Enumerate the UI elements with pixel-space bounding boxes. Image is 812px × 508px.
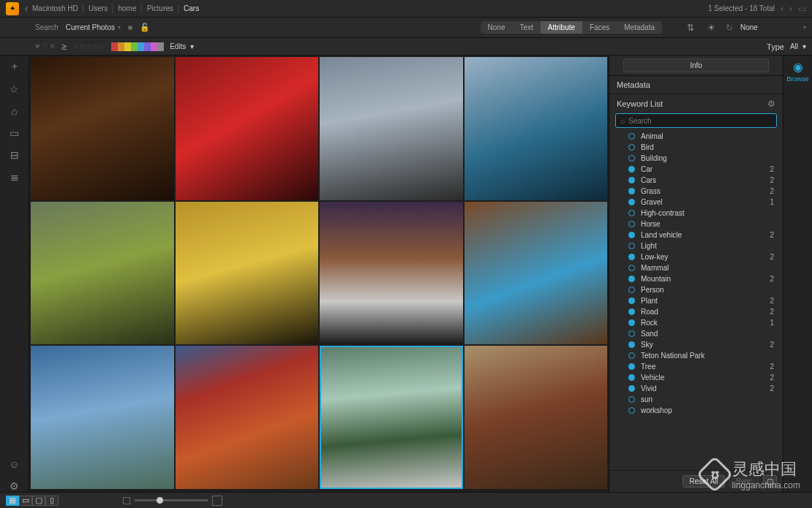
keyword-item[interactable]: Bird [615, 142, 777, 153]
lock-icon[interactable]: 🔓 [140, 23, 150, 32]
keyword-dot-icon[interactable] [628, 363, 635, 370]
color-swatch[interactable] [111, 42, 118, 51]
keyword-item[interactable]: Light [615, 240, 777, 251]
folder-up-icon[interactable]: ▭ [798, 4, 806, 14]
keyword-item[interactable]: Mountain2 [615, 273, 777, 284]
keyword-item[interactable]: Rock1 [615, 317, 777, 328]
thumbnail[interactable] [465, 202, 608, 345]
keyword-dot-icon[interactable] [628, 221, 635, 227]
view-compare-icon[interactable]: ▯ [45, 496, 59, 506]
keyword-search[interactable]: ⌕ [615, 113, 777, 128]
sync-button[interactable]: Sync [729, 475, 759, 488]
keyword-search-input[interactable] [628, 117, 772, 125]
keyword-dot-icon[interactable] [628, 265, 635, 271]
next-arrow[interactable]: › [789, 4, 792, 14]
keyword-item[interactable]: Mammal [615, 262, 777, 273]
thumbnail[interactable] [465, 57, 608, 200]
folder-icon[interactable]: ▭ [7, 127, 22, 139]
keyword-list[interactable]: AnimalBirdBuildingCar2Cars2Grass2Gravel1… [609, 131, 783, 470]
color-swatch[interactable] [157, 42, 164, 51]
rating-operator[interactable]: ≥ [62, 42, 67, 52]
star-rating[interactable]: ☆☆☆☆☆ [72, 42, 105, 50]
keyword-dot-icon[interactable] [628, 210, 635, 216]
refresh-icon[interactable]: ↻ [726, 23, 733, 33]
keyword-dot-icon[interactable] [628, 319, 635, 326]
breadcrumb[interactable]: Macintosh HD│Users│home│Pictures│Cars [32, 4, 199, 12]
sort-icon[interactable]: ⇅ [687, 23, 694, 33]
edits-dropdown[interactable]: Edits▾ [170, 42, 194, 50]
thumbnail[interactable] [31, 346, 174, 489]
gear-icon[interactable]: ⚙ [767, 99, 775, 109]
keyword-item[interactable]: Gravel1 [615, 197, 777, 208]
thumbnail-grid[interactable] [29, 56, 609, 492]
keyword-dot-icon[interactable] [628, 287, 635, 293]
crumb[interactable]: Users [89, 4, 108, 12]
user-icon[interactable]: ☺ [7, 458, 22, 470]
keyword-item[interactable]: Grass2 [615, 186, 777, 197]
color-swatch[interactable] [144, 42, 151, 51]
metadata-header[interactable]: Metadata [609, 76, 783, 94]
keyword-dot-icon[interactable] [628, 308, 635, 315]
keyword-dot-icon[interactable] [628, 330, 635, 337]
thumbnail[interactable] [31, 57, 174, 200]
filter-tab-faces[interactable]: Faces [582, 21, 617, 34]
thumbnail[interactable] [465, 346, 608, 489]
filter-tab-metadata[interactable]: Metadata [617, 21, 662, 34]
crumb[interactable]: Cars [184, 4, 199, 12]
crumb[interactable]: Pictures [147, 4, 173, 12]
view-single-icon[interactable]: ▢ [32, 496, 45, 506]
keyword-item[interactable]: Tree2 [615, 361, 777, 372]
drive-icon[interactable]: ⊟ [7, 149, 22, 161]
filter-tab-text[interactable]: Text [512, 21, 540, 34]
keyword-item[interactable]: Plant2 [615, 295, 777, 306]
type-dropdown[interactable]: All▾ [790, 42, 806, 50]
keyword-item[interactable]: Animal [615, 131, 777, 142]
keyword-item[interactable]: Sky2 [615, 339, 777, 350]
thumbnail[interactable] [176, 202, 319, 345]
thumbnail[interactable] [176, 346, 319, 489]
keyword-item[interactable]: Teton National Park [615, 350, 777, 361]
back-button[interactable]: ‹ [25, 4, 28, 14]
thumbnail[interactable] [320, 346, 463, 489]
thumbnail[interactable] [320, 202, 463, 345]
keyword-item[interactable]: Land vehicle2 [615, 230, 777, 240]
sort-dropdown[interactable]: None▾ [740, 23, 806, 31]
keyword-dot-icon[interactable] [628, 276, 635, 282]
keyword-dot-icon[interactable] [628, 374, 635, 381]
keyword-dot-icon[interactable] [628, 177, 635, 183]
keyword-dot-icon[interactable] [628, 243, 635, 249]
keyword-dot-icon[interactable] [628, 352, 635, 359]
thumbnail[interactable] [31, 202, 174, 345]
crumb[interactable]: Macintosh HD [32, 4, 78, 12]
keyword-dot-icon[interactable] [628, 188, 635, 194]
stack-icon[interactable]: ≣ [7, 171, 22, 183]
keyword-item[interactable]: sun [615, 394, 777, 405]
info-tab[interactable]: Info [623, 58, 769, 72]
filter-tab-none[interactable]: None [481, 21, 513, 34]
crumb[interactable]: home [118, 4, 136, 12]
keyword-item[interactable]: Low-key2 [615, 251, 777, 262]
keyword-item[interactable]: Sand [615, 328, 777, 339]
keyword-dot-icon[interactable] [628, 133, 635, 140]
filter-tab-attribute[interactable]: Attribute [541, 21, 582, 34]
add-icon[interactable]: ＋ [7, 60, 22, 73]
color-swatch[interactable] [131, 42, 138, 51]
keyword-dot-icon[interactable] [628, 407, 635, 414]
reset-all-button[interactable]: Reset All [683, 475, 724, 488]
zoom-slider[interactable] [123, 496, 222, 506]
keyword-dot-icon[interactable] [628, 144, 635, 151]
search-scope-dropdown[interactable]: Current Photos▾ [66, 23, 121, 31]
view-split-icon[interactable]: ▭ [19, 496, 32, 506]
keyword-header[interactable]: Keyword List ⚙ [609, 94, 783, 113]
keyword-item[interactable]: Cars2 [615, 175, 777, 186]
keyword-dot-icon[interactable] [628, 254, 635, 260]
camera-icon[interactable]: ⌂ [7, 105, 22, 117]
keyword-dot-icon[interactable] [628, 232, 635, 238]
keyword-item[interactable]: Car2 [615, 164, 777, 175]
settings-icon[interactable]: ⚙ [7, 480, 22, 492]
keyword-dot-icon[interactable] [628, 155, 635, 162]
keyword-item[interactable]: Person [615, 284, 777, 295]
keyword-item[interactable]: Vehicle2 [615, 372, 777, 383]
color-labels[interactable] [111, 42, 164, 51]
star-tool-icon[interactable]: ☆ [7, 83, 22, 95]
